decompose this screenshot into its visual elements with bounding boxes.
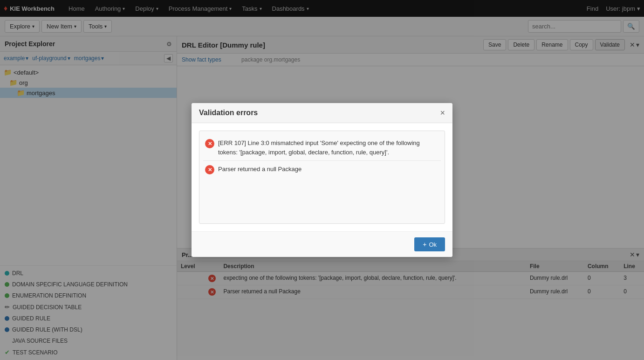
error-text: [ERR 107] Line 3:0 mismatched input 'Som… — [218, 138, 439, 157]
error-icon-circle: ✕ — [205, 165, 214, 174]
error-item: ✕ [ERR 107] Line 3:0 mismatched input 'S… — [203, 135, 441, 161]
modal-body: ✕ [ERR 107] Line 3:0 mismatched input 'S… — [192, 123, 452, 231]
error-icon-circle: ✕ — [205, 139, 214, 148]
modal-title: Validation errors — [199, 109, 258, 117]
error-text: Parser returned a null Package — [218, 165, 301, 174]
modal-header: Validation errors × — [192, 103, 452, 123]
ok-plus-icon: + — [423, 241, 426, 248]
validation-errors-modal: Validation errors × ✕ [ERR 107] Line 3:0… — [192, 103, 452, 257]
ok-label: Ok — [429, 241, 437, 248]
error-list: ✕ [ERR 107] Line 3:0 mismatched input 'S… — [199, 131, 445, 224]
error-item: ✕ Parser returned a null Package — [203, 161, 441, 178]
modal-overlay[interactable]: Validation errors × ✕ [ERR 107] Line 3:0… — [0, 0, 644, 360]
modal-close-button[interactable]: × — [440, 109, 445, 117]
ok-button[interactable]: + Ok — [414, 237, 445, 251]
modal-footer: + Ok — [192, 231, 452, 257]
